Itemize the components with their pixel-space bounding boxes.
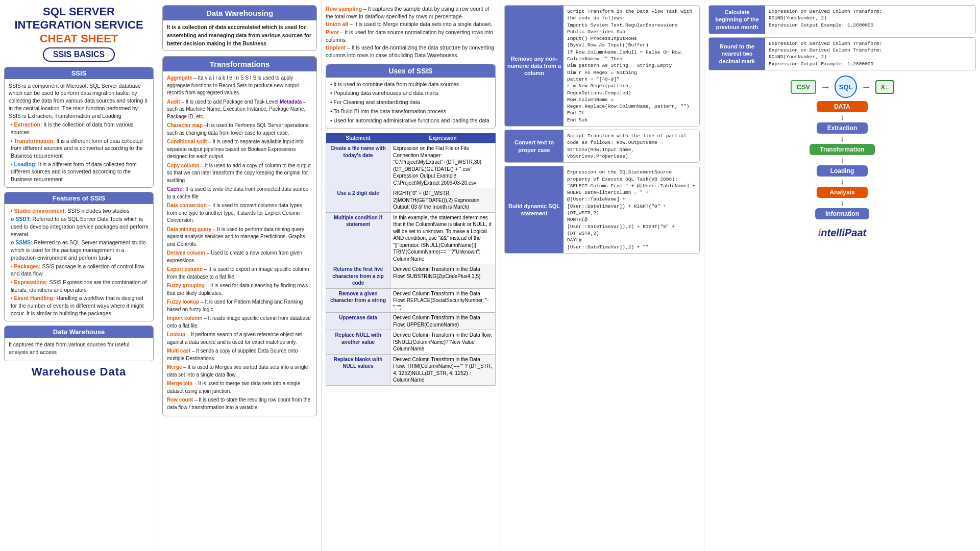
trans-item-18: Row count – It is used to store the resu… (167, 396, 312, 411)
right-content-2: Script Transform with the line of partia… (564, 130, 699, 162)
uses-item-1: • It is used to combine data from multip… (330, 81, 491, 89)
dw-box: Data Warehousing It is a collection of d… (162, 5, 317, 51)
right-label-2: Convert text to proper case (505, 130, 564, 162)
table-row: Multiple condition if statement In this … (326, 212, 496, 264)
trans-item-13: Import column – It reads image specific … (167, 315, 312, 330)
title-badge: SSIS BASICS (43, 47, 115, 62)
trans-label-5: Copy column (167, 163, 199, 168)
feat-label-6: • Event Handling: (11, 295, 55, 301)
uses-item-3: • For Cleaning and standardizing data (330, 98, 491, 107)
features-section: Features of SSIS • Studio environment: S… (4, 192, 154, 322)
trans-item-4: Conditional split – It is used to separa… (167, 138, 312, 161)
rs-label-2: Union all (326, 21, 348, 27)
trans-label-15: Multi cast (167, 348, 190, 354)
intellipaat-logo: intelliPaat (818, 227, 866, 239)
table-row: Use a 2 digit date RIGHT("0" + (DT_WSTR,… (326, 188, 496, 213)
feat-label-3: o SSMS: (11, 239, 33, 245)
flow-analysis: Analysis (817, 187, 868, 198)
mid-right-column: Row sampling – It captures the sample da… (322, 0, 500, 551)
dw-content: It is a collection of data accumulated w… (163, 20, 316, 51)
trans-meta: Metadata (280, 99, 302, 105)
uses-item-2: • Populating data warehouses and data ma… (330, 89, 491, 97)
trans-item-15: Multi cast – It sends a copy of supplied… (167, 347, 312, 362)
flow-diagram: DATA ↓ Extraction ↓ Transformation ↓ Loa… (810, 101, 874, 219)
uses-item-5: • Used for automating administrative fun… (330, 117, 491, 125)
trans-label-7: Data conversion (167, 203, 207, 208)
features-header: Features of SSIS (5, 192, 153, 204)
title-line1: SQL SERVER (4, 5, 154, 18)
far-right-label-1: Calculate beginning of the previous mont… (709, 6, 765, 34)
trans-label-16: Merge (167, 364, 182, 370)
stmt-cell-8: Replace blanks with NULL values (326, 354, 390, 385)
uses-box: Uses of SSIS • It is used to combine dat… (326, 64, 496, 130)
rs-item-4: Unpivot – It is used for de-normalizing … (326, 44, 496, 59)
feat-bullet-5: • Expressions: SSIS Expressions are the … (9, 279, 149, 293)
trans-label-3: Character map (167, 122, 203, 128)
data-warehouse-header: Data Warehouse (5, 326, 153, 338)
table-row: Uppercase data Derived Column Transform … (326, 313, 496, 330)
rs-item-2: Union all – It is used to Merge multiple… (326, 20, 496, 28)
rs-item-3: Pivot – It is used for data source norma… (326, 29, 496, 44)
stmt-cell-5: Remove a given character from a string (326, 288, 390, 313)
stmt-cell-1: Create a file name with today's date (326, 143, 390, 188)
title-line3: CHEAT SHEET (4, 32, 154, 45)
trans-label-9: Derived column (167, 250, 205, 256)
transformations-box: Transformations Aggregate – Ita v a i l … (162, 56, 317, 416)
diagram-area: CSV → SQL → X≡ DATA ↓ Extraction ↓ Trans… (708, 76, 976, 239)
title-line2: INTEGRATION SERVICE (4, 18, 154, 32)
flow-arrow-3: ↓ (840, 156, 844, 164)
flow-arrow-2: ↓ (840, 135, 844, 143)
expr-cell-4: Derived Column Transform in the Data Flo… (390, 264, 496, 289)
trans-item-16: Merge – It is used to Merges two sorted … (167, 364, 312, 379)
expr-col-header: Expression (390, 133, 496, 143)
uses-item-4: • To Build BI into the data transformati… (330, 108, 491, 116)
ssis-bullet-label-1: • Extraction: (11, 121, 42, 128)
trans-item-9: Derived column – Used to create a new co… (167, 249, 312, 264)
source-icons-row: CSV → SQL → X≡ (791, 76, 894, 98)
trans-item-2: Audit – It is used to add Package and Ta… (167, 98, 312, 121)
flow-information: Information (815, 208, 869, 219)
data-warehouse-section: Data Warehouse It captures the data from… (4, 325, 154, 361)
expr-cell-7: Derived Column Transform in the Data flo… (390, 330, 496, 355)
feat-label-1: • Studio environment: (11, 208, 66, 214)
trans-label-18: Row count (167, 397, 193, 403)
stmt-col-header: Statement (326, 133, 390, 143)
title-block: SQL SERVER INTEGRATION SERVICE CHEAT SHE… (4, 5, 154, 62)
right-label-1: Remove any non-numeric data from a colum… (505, 6, 564, 126)
trans-label-17: Merge join (167, 381, 192, 386)
trans-item-17: Merge join – It is used to merge two dat… (167, 380, 312, 395)
trans-label-10: Export column (167, 266, 203, 272)
trans-label-8: Data mining query (167, 227, 211, 232)
right-row-3: Build dynamic SQL statement Expression o… (504, 166, 700, 254)
stmt-cell-6: Uppercase data (326, 313, 390, 330)
statements-table: Statement Expression Create a file name … (326, 133, 496, 386)
trans-item-6: Cache: It is used to write the data from… (167, 186, 312, 201)
trans-item-8: Data mining query – It is used to perfor… (167, 226, 312, 248)
feat-bullet-4: • Packages: SSIS package is a collection… (9, 263, 149, 278)
right-content-1: Script Transform in the Data Flow Task w… (564, 6, 699, 126)
stmt-cell-2: Use a 2 digit date (326, 188, 390, 213)
table-row: Replace NULL with another value Derived … (326, 330, 496, 355)
ssis-bullet-label-2: • Transformation: (11, 138, 55, 144)
rs-label-1: Row sampling (326, 6, 362, 12)
expr-cell-3: In this example, the statement determine… (390, 212, 496, 264)
arrow-icon-1: → (820, 81, 830, 93)
ssis-bullet-3: • Loading: It is a different form of dat… (9, 161, 149, 183)
csv-icon: CSV (791, 80, 817, 94)
transformations-header: Transformations (163, 57, 316, 71)
ssis-content: SSIS is a component of Microsoft SQL Ser… (5, 79, 153, 187)
flow-arrow-1: ↓ (840, 113, 844, 121)
excel-icon: X≡ (875, 80, 894, 94)
expr-cell-8: Derived Column Transform in the Data Flo… (390, 354, 496, 385)
ssis-bullet-label-3: • Loading: (11, 161, 37, 167)
ssis-main-text: SSIS is a component of Microsoft SQL Ser… (9, 82, 149, 119)
trans-item-1: Aggregate – Ita v a i l a b l e i n S S … (167, 74, 312, 97)
table-row: Create a file name with today's date Exp… (326, 143, 496, 188)
far-right-label-2: Round to the nearest two decimal mark (709, 38, 765, 70)
rs-label-4: Unpivot (326, 44, 346, 51)
flow-arrow-4: ↓ (840, 178, 844, 186)
right-row-2: Convert text to proper case Script Trans… (504, 130, 700, 163)
flow-arrow-5: ↓ (840, 199, 844, 207)
trans-label-14: Lookup (167, 332, 185, 337)
mid-left-column: Data Warehousing It is a collection of d… (158, 0, 322, 551)
